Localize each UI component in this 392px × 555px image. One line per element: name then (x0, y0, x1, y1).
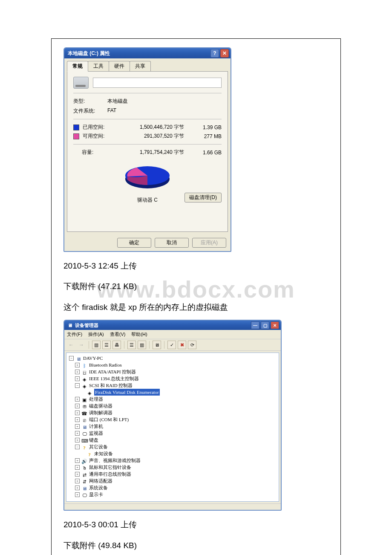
bluetooth-radios[interactable]: Bluetooth Radios (89, 361, 122, 368)
toolbar-icon[interactable]: ▥ (138, 341, 146, 349)
disk-icon: ⛃ (81, 403, 87, 408)
system-devices[interactable]: 系统设备 (89, 484, 108, 491)
devmgr-toolbar: ← → ▥ ☰ 🖶 ☰ ▥ 🖥 ✓ ✖ ⟳ (64, 339, 281, 351)
upload-timestamp-2: 2010-5-3 00:01 上传 (63, 518, 333, 531)
usb-controllers[interactable]: 通用串行总线控制器 (89, 471, 131, 477)
value-fs: FAT (107, 107, 116, 115)
nav-back-icon[interactable]: ← (67, 342, 75, 348)
computer-icon: 🖥 (75, 356, 81, 361)
other-devices[interactable]: 其它设备 (89, 443, 108, 450)
keyboards[interactable]: 键盘 (89, 436, 98, 443)
tab-general[interactable]: 常规 (67, 61, 88, 72)
cpu-icon: ▣ (81, 396, 87, 402)
modems[interactable]: 调制解调器 (89, 409, 112, 416)
free-size: 277 MB (192, 133, 222, 139)
cancel-button[interactable]: 取消 (155, 238, 189, 248)
device-tree: −🖥DAVY-PC +ᛒBluetooth Radios +⌼IDE ATA/A… (66, 353, 279, 502)
devmgr-menubar: 文件(F) 操作(A) 查看(V) 帮助(H) (64, 330, 281, 339)
usage-pie-chart (120, 159, 175, 194)
toolbar-icon[interactable]: ▥ (92, 341, 101, 349)
print-icon[interactable]: 🖶 (112, 341, 121, 349)
ieee1394-icon: ◈ (81, 376, 87, 381)
processors[interactable]: 处理器 (89, 396, 103, 402)
display-icon: 🖵 (81, 492, 87, 497)
mouse-devices[interactable]: 鼠标和其它指针设备 (89, 464, 131, 471)
label-capacity: 容量: (82, 149, 112, 156)
disk-cleanup-button[interactable]: 磁盘清理(D) (184, 193, 222, 202)
update-driver-icon[interactable]: ⟳ (188, 341, 196, 349)
capacity-bytes: 1,791,754,240 字节 (112, 149, 192, 156)
used-size: 1.39 GB (192, 124, 222, 130)
system-icon: 🖥 (81, 485, 87, 490)
capacity-size: 1.66 GB (192, 150, 222, 156)
menu-view[interactable]: 查看(V) (110, 331, 126, 338)
computer[interactable]: 计算机 (89, 423, 103, 430)
download-link-1[interactable]: 下载附件 (47.21 KB) (63, 280, 333, 293)
monitor-icon: 🖵 (81, 431, 87, 436)
unknown-device[interactable]: 未知设备 (94, 450, 113, 457)
firadisk-device[interactable]: FiraDisk Virtual Disk Enumerator (94, 389, 160, 396)
modem-icon: ☎ (81, 410, 87, 415)
label-free: 可用空间: (83, 133, 112, 140)
tab-tools[interactable]: 工具 (88, 61, 109, 71)
enable-icon[interactable]: ✓ (167, 341, 176, 349)
drive-label-input[interactable] (93, 78, 222, 88)
devmgr-titlebar: 🖥 设备管理器 — ▢ ✕ (64, 321, 281, 330)
scsi-raid-controllers[interactable]: SCSI 和 RAID 控制器 (89, 382, 133, 389)
disk-drives[interactable]: 磁盘驱动器 (89, 402, 112, 409)
close-icon[interactable]: ✕ (220, 49, 229, 58)
minimize-icon[interactable]: — (251, 321, 259, 329)
tree-root[interactable]: DAVY-PC (83, 355, 103, 361)
menu-help[interactable]: 帮助(H) (131, 331, 147, 338)
firadisk-icon: ◈ (86, 390, 92, 395)
tab-sharing[interactable]: 共享 (130, 61, 151, 71)
value-type: 本地磁盘 (107, 98, 128, 105)
disable-icon[interactable]: ✖ (178, 341, 186, 349)
disk-properties-dialog: 本地磁盘 (C:) 属性 ? ✕ 常规 工具 硬件 共享 类型: 本地磁盘 文件… (63, 47, 231, 252)
label-type: 类型: (73, 98, 107, 105)
sound-icon: 🔊 (81, 458, 87, 463)
properties-icon[interactable]: ☰ (102, 341, 111, 349)
free-swatch-icon (73, 133, 79, 139)
ide-controllers[interactable]: IDE ATA/ATAPI 控制器 (89, 368, 136, 375)
dialog-titlebar: 本地磁盘 (C:) 属性 ? ✕ (64, 48, 231, 58)
nav-forward-icon[interactable]: → (77, 342, 86, 348)
network-icon: ⇵ (81, 478, 87, 483)
scan-icon[interactable]: 🖥 (153, 341, 161, 349)
label-used: 已用空间: (83, 124, 112, 131)
tab-panel-general: 类型: 本地磁盘 文件系统: FAT 已用空间: 1,500,446,720 字… (67, 71, 228, 232)
toolbar-icon[interactable]: ☰ (127, 341, 136, 349)
network-adapters[interactable]: 网络适配器 (89, 477, 112, 484)
monitors[interactable]: 监视器 (89, 430, 103, 436)
apply-button[interactable]: 应用(A) (192, 238, 226, 248)
display-adapters[interactable]: 显示卡 (89, 491, 103, 498)
devmgr-title: 设备管理器 (75, 322, 250, 329)
computer-icon: 🖥 (81, 424, 87, 429)
devmgr-statusbar (64, 503, 281, 510)
keyboard-icon: ⌨ (81, 437, 87, 442)
maximize-icon[interactable]: ▢ (261, 321, 269, 329)
help-icon[interactable]: ? (210, 49, 219, 58)
menu-action[interactable]: 操作(A) (88, 331, 104, 338)
tab-strip: 常规 工具 硬件 共享 (64, 58, 231, 71)
used-bytes: 1,500,446,720 字节 (112, 124, 192, 131)
menu-file[interactable]: 文件(F) (67, 331, 82, 338)
mouse-icon: 🖱 (81, 465, 87, 470)
bluetooth-icon: ᛒ (81, 362, 87, 367)
free-bytes: 291,307,520 字节 (112, 133, 192, 140)
scsi-icon: ◈ (81, 383, 87, 388)
dialog-title: 本地磁盘 (C:) 属性 (68, 50, 209, 57)
devmgr-app-icon: 🖥 (68, 323, 72, 328)
close-icon[interactable]: ✕ (271, 321, 279, 329)
ok-button[interactable]: 确定 (117, 238, 151, 248)
sound-controllers[interactable]: 声音、视频和游戏控制器 (89, 457, 141, 464)
tab-hardware[interactable]: 硬件 (109, 61, 130, 71)
upload-timestamp-1: 2010-5-3 12:45 上传 (63, 260, 333, 272)
ieee1394-controllers[interactable]: IEEE 1394 总线主控制器 (89, 375, 139, 382)
unknown-device-icon: ? (86, 451, 92, 456)
download-link-2[interactable]: 下载附件 (49.84 KB) (63, 539, 333, 552)
ide-icon: ⌼ (81, 369, 87, 374)
ports[interactable]: 端口 (COM 和 LPT) (89, 416, 129, 423)
label-fs: 文件系统: (73, 107, 107, 115)
port-icon: ⎚ (81, 417, 87, 422)
